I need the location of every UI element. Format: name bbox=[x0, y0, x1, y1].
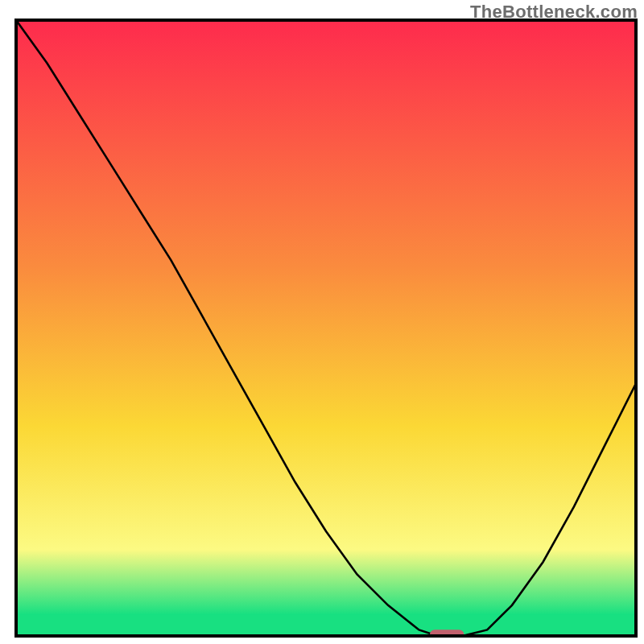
green-band bbox=[16, 614, 636, 636]
watermark-text: TheBottleneck.com bbox=[470, 2, 638, 23]
chart-stage: TheBottleneck.com bbox=[0, 0, 644, 644]
gradient-background bbox=[16, 20, 636, 636]
bottleneck-chart bbox=[0, 0, 644, 644]
plot-area bbox=[16, 20, 636, 638]
